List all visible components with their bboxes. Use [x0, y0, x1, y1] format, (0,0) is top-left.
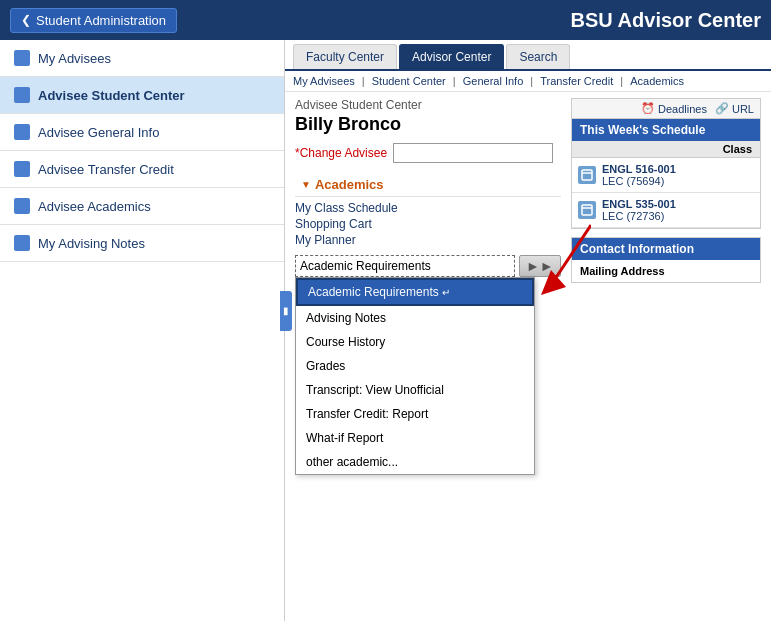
chevron-left-icon: ❮ — [21, 13, 31, 27]
sidebar-item-my-advising-notes[interactable]: My Advising Notes — [0, 225, 284, 262]
mailing-address-label: Mailing Address — [580, 265, 752, 277]
tab-advisor-center[interactable]: Advisor Center — [399, 44, 504, 69]
academics-links: My Class ScheduleShopping CartMy Planner — [295, 201, 561, 247]
breadcrumb-link[interactable]: General Info — [463, 75, 524, 87]
change-advisee-input[interactable] — [393, 143, 553, 163]
schedule-class-row: ENGL 516-001LEC (75694) — [572, 158, 760, 193]
dropdown-menu-item[interactable]: Advising Notes — [296, 306, 534, 330]
grid-icon — [14, 161, 30, 177]
change-advisee-row: *Change Advisee — [295, 143, 561, 163]
breadcrumb-link[interactable]: Student Center — [372, 75, 446, 87]
academics-link[interactable]: My Planner — [295, 233, 561, 247]
advisee-label: Advisee Student Center — [295, 98, 561, 112]
breadcrumb-link[interactable]: Transfer Credit — [540, 75, 613, 87]
contact-panel: Contact Information Mailing Address — [571, 237, 761, 283]
page-title: BSU Advisor Center — [571, 9, 761, 32]
student-name: Billy Bronco — [295, 114, 561, 135]
sidebar-item-label: Advisee General Info — [38, 125, 159, 140]
dropdown-menu-item[interactable]: Course History — [296, 330, 534, 354]
sidebar-item-label: Advisee Student Center — [38, 88, 185, 103]
contact-header: Contact Information — [572, 238, 760, 260]
schedule-top-item[interactable]: 🔗URL — [715, 102, 754, 115]
schedule-panel: ⏰Deadlines🔗URL This Week's Schedule Clas… — [571, 98, 761, 229]
grid-icon — [14, 87, 30, 103]
sidebar-item-label: My Advisees — [38, 51, 111, 66]
left-panel: Advisee Student Center Billy Bronco *Cha… — [295, 98, 561, 283]
academics-header: ▼ Academics — [295, 173, 561, 197]
sidebar-item-label: Advisee Transfer Credit — [38, 162, 174, 177]
grid-icon — [14, 50, 30, 66]
clock-icon: ⏰ — [641, 102, 655, 115]
page-content: Advisee Student Center Billy Bronco *Cha… — [285, 92, 771, 289]
schedule-top-item[interactable]: ⏰Deadlines — [641, 102, 707, 115]
schedule-class-icon — [578, 201, 596, 219]
triangle-icon: ▼ — [301, 179, 311, 190]
schedule-top-label: Deadlines — [658, 103, 707, 115]
change-advisee-label: *Change Advisee — [295, 146, 387, 160]
tab-bar: Faculty CenterAdvisor CenterSearch — [285, 40, 771, 71]
sidebar-item-advisee-student-center[interactable]: Advisee Student Center — [0, 77, 284, 114]
dropdown-menu-item[interactable]: What-if Report — [296, 426, 534, 450]
schedule-class-text[interactable]: ENGL 535-001LEC (72736) — [602, 198, 676, 222]
dropdown-menu-item[interactable]: Grades — [296, 354, 534, 378]
breadcrumb-link[interactable]: My Advisees — [293, 75, 355, 87]
breadcrumb-separator: | — [359, 75, 368, 87]
main-layout: My AdviseesAdvisee Student CenterAdvisee… — [0, 40, 771, 621]
tab-search[interactable]: Search — [506, 44, 570, 69]
sidebar-item-label: My Advising Notes — [38, 236, 145, 251]
breadcrumb-separator: | — [527, 75, 536, 87]
grid-icon — [14, 198, 30, 214]
collapse-handle[interactable]: ▮ — [280, 291, 292, 331]
schedule-class-icon — [578, 166, 596, 184]
breadcrumb-separator: | — [450, 75, 459, 87]
grid-icon — [14, 235, 30, 251]
academics-link[interactable]: Shopping Cart — [295, 217, 561, 231]
dropdown-row: Academic RequirementsAdvising NotesCours… — [295, 255, 561, 277]
schedule-class-text[interactable]: ENGL 516-001LEC (75694) — [602, 163, 676, 187]
academic-dropdown[interactable]: Academic RequirementsAdvising NotesCours… — [295, 255, 515, 277]
schedule-rows: ENGL 516-001LEC (75694)ENGL 535-001LEC (… — [572, 158, 760, 228]
grid-icon — [14, 124, 30, 140]
schedule-col-header: Class — [572, 141, 760, 158]
schedule-class-row: ENGL 535-001LEC (72736) — [572, 193, 760, 228]
sidebar-item-label: Advisee Academics — [38, 199, 151, 214]
right-panel: ⏰Deadlines🔗URL This Week's Schedule Clas… — [571, 98, 761, 283]
back-button[interactable]: ❮ Student Administration — [10, 8, 177, 33]
tab-faculty-center[interactable]: Faculty Center — [293, 44, 397, 69]
top-header: ❮ Student Administration BSU Advisor Cen… — [0, 0, 771, 40]
dropdown-menu-item[interactable]: Transfer Credit: Report — [296, 402, 534, 426]
schedule-top: ⏰Deadlines🔗URL — [572, 99, 760, 119]
contact-body: Mailing Address — [572, 260, 760, 282]
academics-section: ▼ Academics My Class ScheduleShopping Ca… — [295, 173, 561, 277]
main-content: Faculty CenterAdvisor CenterSearch My Ad… — [285, 40, 771, 621]
sidebar-item-advisee-transfer-credit[interactable]: Advisee Transfer Credit — [0, 151, 284, 188]
sidebar-item-advisee-general-info[interactable]: Advisee General Info — [0, 114, 284, 151]
academics-link[interactable]: My Class Schedule — [295, 201, 561, 215]
breadcrumb: My Advisees | Student Center | General I… — [285, 71, 771, 92]
link-icon: 🔗 — [715, 102, 729, 115]
dropdown-menu: Academic Requirements ↵Advising NotesCou… — [295, 277, 535, 475]
svg-rect-4 — [582, 205, 592, 215]
schedule-header: This Week's Schedule — [572, 119, 760, 141]
go-button[interactable]: ►► — [519, 255, 561, 277]
svg-rect-2 — [582, 170, 592, 180]
breadcrumb-link[interactable]: Academics — [630, 75, 684, 87]
sidebar: My AdviseesAdvisee Student CenterAdvisee… — [0, 40, 285, 621]
back-button-label: Student Administration — [36, 13, 166, 28]
dropdown-menu-item[interactable]: Transcript: View Unofficial — [296, 378, 534, 402]
academics-title: Academics — [315, 177, 384, 192]
breadcrumb-separator: | — [617, 75, 626, 87]
dropdown-menu-item[interactable]: Academic Requirements ↵ — [296, 278, 534, 306]
schedule-top-label: URL — [732, 103, 754, 115]
sidebar-item-advisee-academics[interactable]: Advisee Academics — [0, 188, 284, 225]
dropdown-menu-item[interactable]: other academic... — [296, 450, 534, 474]
sidebar-item-my-advisees[interactable]: My Advisees — [0, 40, 284, 77]
